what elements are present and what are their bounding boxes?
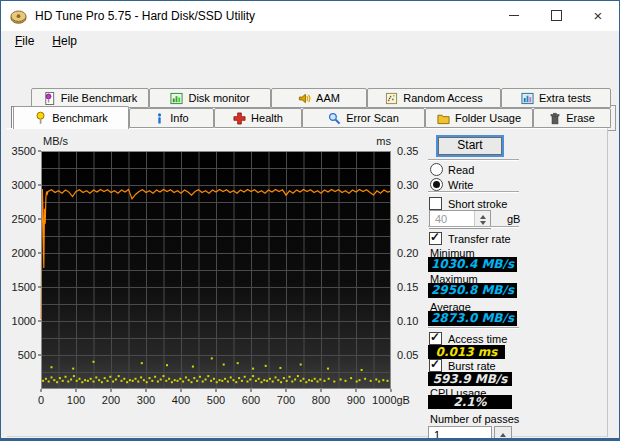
svg-text:3000: 3000 (12, 179, 36, 191)
svg-text:0.35: 0.35 (397, 145, 418, 157)
passes-label: Number of passes (430, 413, 519, 425)
short-stroke-label: Short stroke (448, 198, 507, 210)
svg-text:0: 0 (38, 394, 44, 406)
spin-up-icon (480, 215, 486, 219)
svg-text:900: 900 (347, 394, 365, 406)
separator (428, 327, 519, 329)
svg-text:0.30: 0.30 (397, 179, 418, 191)
tab-random-access[interactable]: Random Access (367, 88, 501, 108)
toolbar: PCIe SSD (1000 gB) -- °C (1, 50, 619, 87)
file-benchmark-icon (43, 92, 56, 105)
close-button[interactable]: × (577, 1, 619, 30)
svg-text:ms: ms (376, 135, 391, 147)
svg-text:600: 600 (242, 394, 260, 406)
separator (428, 191, 519, 193)
menu-help[interactable]: Help (43, 32, 86, 50)
tab-erase[interactable]: Erase (533, 108, 611, 128)
panel-right-divider (607, 129, 608, 435)
write-label: Write (448, 179, 473, 191)
svg-text:0.05: 0.05 (397, 349, 418, 361)
tab-extra-tests[interactable]: Extra tests (501, 88, 611, 108)
svg-text:500: 500 (207, 394, 225, 406)
tab-label: Benchmark (52, 112, 108, 124)
minimize-icon (509, 15, 519, 16)
capacity-unit-label: gB (507, 213, 520, 225)
separator (428, 159, 519, 161)
svg-text:700: 700 (277, 394, 295, 406)
tab-disk-monitor[interactable]: Disk monitor (149, 88, 271, 108)
health-cross-icon (233, 112, 246, 125)
svg-text:3500: 3500 (12, 145, 36, 157)
access-time-checkbox[interactable] (429, 332, 442, 345)
disk-monitor-icon (170, 92, 183, 105)
svg-text:200: 200 (102, 394, 120, 406)
app-window: HD Tune Pro 5.75 - Hard Disk/SSD Utility… (0, 0, 620, 441)
burst-rate-label: Burst rate (448, 360, 496, 372)
menu-bar: File Help (1, 31, 619, 50)
menu-file[interactable]: File (6, 32, 43, 50)
cpu-usage-value: 2.1% (428, 395, 512, 409)
tab-label: Error Scan (346, 112, 399, 124)
access-time-label: Access time (448, 333, 507, 345)
tab-label: AAM (316, 92, 340, 104)
extra-tests-icon (521, 92, 534, 105)
maximum-value: 2950.8 MB/s (428, 283, 517, 298)
transfer-rate-checkbox[interactable] (429, 232, 442, 245)
tab-aam[interactable]: AAM (271, 88, 367, 108)
passes-spinner[interactable]: 1 (428, 426, 492, 441)
passes-up-button[interactable] (494, 426, 512, 441)
maximize-icon (551, 10, 562, 21)
minimize-button[interactable] (493, 1, 535, 30)
tab-file-benchmark[interactable]: File Benchmark (31, 88, 149, 108)
svg-text:1000: 1000 (12, 315, 36, 327)
separator (428, 226, 519, 228)
tab-label: Folder Usage (455, 112, 521, 124)
transfer-rate-label: Transfer rate (448, 233, 511, 245)
magnifier-icon (328, 112, 341, 125)
svg-text:300: 300 (137, 394, 155, 406)
tab-label: Disk monitor (188, 92, 249, 104)
short-stroke-checkbox[interactable] (429, 197, 442, 210)
tab-label: Extra tests (539, 92, 591, 104)
svg-text:1500: 1500 (12, 281, 36, 293)
svg-text:MB/s: MB/s (43, 135, 69, 147)
tab-label: Info (170, 112, 188, 124)
svg-text:0.25: 0.25 (397, 213, 418, 225)
burst-rate-value: 593.9 MB/s (428, 372, 512, 386)
tab-benchmark[interactable]: Benchmark (13, 106, 129, 129)
read-label: Read (448, 164, 474, 176)
benchmark-chart: 5001000150020002500300035000.050.100.150… (1, 129, 421, 429)
spin-up-icon (500, 433, 506, 437)
tab-info[interactable]: Info (129, 108, 214, 128)
tab-label: File Benchmark (61, 92, 137, 104)
svg-text:1000gB: 1000gB (372, 394, 410, 406)
read-radio[interactable] (430, 163, 443, 176)
folder-icon (437, 112, 450, 125)
window-title: HD Tune Pro 5.75 - Hard Disk/SSD Utility (35, 9, 255, 23)
start-button[interactable]: Start (436, 135, 504, 157)
maximize-button[interactable] (535, 1, 577, 30)
tab-label: Random Access (403, 92, 482, 104)
tab-label: Health (251, 112, 283, 124)
trash-icon (549, 112, 561, 125)
tab-health[interactable]: Health (214, 108, 302, 128)
tab-label: Erase (566, 112, 595, 124)
svg-text:0.20: 0.20 (397, 247, 418, 259)
window-controls: × (493, 1, 619, 30)
info-icon (154, 112, 165, 125)
title-bar: HD Tune Pro 5.75 - Hard Disk/SSD Utility… (1, 1, 619, 31)
svg-text:2000: 2000 (12, 247, 36, 259)
tab-folder-usage[interactable]: Folder Usage (425, 108, 533, 128)
tab-error-scan[interactable]: Error Scan (302, 108, 425, 128)
spin-down-icon (480, 221, 486, 225)
burst-rate-checkbox[interactable] (429, 359, 442, 372)
speaker-icon (298, 92, 311, 105)
benchmark-icon (34, 111, 47, 125)
average-value: 2873.0 MB/s (428, 311, 517, 326)
svg-text:500: 500 (18, 349, 36, 361)
write-radio[interactable] (430, 178, 443, 191)
svg-text:0.10: 0.10 (397, 315, 418, 327)
minimum-value: 1030.4 MB/s (428, 257, 517, 272)
close-icon: × (594, 8, 603, 23)
svg-text:2500: 2500 (12, 213, 36, 225)
